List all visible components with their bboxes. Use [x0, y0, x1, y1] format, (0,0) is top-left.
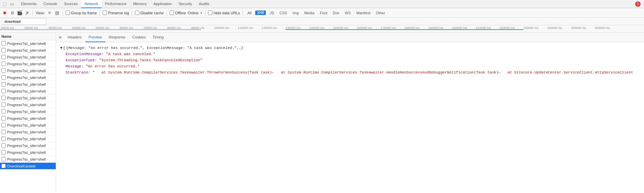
list-item[interactable]: Progress?sc_site=shell	[0, 81, 56, 88]
filter-all[interactable]: All	[246, 11, 253, 15]
request-checkbox[interactable]	[1, 48, 6, 52]
request-checkbox[interactable]	[1, 143, 6, 148]
filter-css[interactable]: CSS	[278, 11, 289, 15]
preserve-log-checkbox[interactable]	[103, 11, 107, 15]
list-item[interactable]: Progress?sc_site=shell	[0, 101, 56, 108]
disable-cache-checkbox[interactable]	[135, 11, 139, 15]
filter-js[interactable]: JS	[268, 11, 276, 15]
requests-list: Name Progress?sc_site=shell Progress?sc_…	[0, 33, 56, 191]
json-root-line: ▼ { {Message: "An error has occurred.", …	[60, 45, 640, 51]
stop-button[interactable]: ⊘	[10, 10, 15, 16]
request-checkbox[interactable]	[1, 82, 6, 86]
request-checkbox[interactable]	[1, 96, 6, 100]
preserve-log-label[interactable]: Preserve log	[103, 11, 129, 15]
request-checkbox[interactable]	[1, 55, 6, 59]
hide-data-urls-label[interactable]: Hide data URLs	[208, 11, 240, 15]
large-view-button[interactable]: ▤	[54, 10, 60, 16]
json-field-message: Message : "An error has occurred."	[60, 63, 640, 69]
tab-application[interactable]: Application	[150, 0, 175, 8]
tab-elements[interactable]: Elements	[18, 0, 40, 8]
request-checkbox[interactable]	[1, 41, 6, 46]
detail-tab-preview[interactable]: Preview	[85, 33, 105, 42]
request-checkbox[interactable]	[1, 68, 6, 73]
request-checkbox[interactable]	[1, 130, 6, 134]
search-input[interactable]	[2, 18, 46, 25]
devtools-inspect-icon[interactable]: ⬚	[1, 1, 7, 7]
list-item[interactable]: Progress?sc_site=shell	[0, 40, 56, 47]
list-item[interactable]: Progress?sc_site=shell	[0, 142, 56, 149]
list-item[interactable]: Progress?sc_site=shell	[0, 67, 56, 74]
request-checkbox[interactable]	[1, 136, 6, 141]
notifications-badge: 5	[635, 1, 641, 7]
request-checkbox[interactable]	[1, 116, 6, 120]
tab-security[interactable]: Security	[175, 0, 195, 8]
request-checkbox[interactable]	[1, 164, 6, 168]
tab-console[interactable]: Console	[40, 0, 60, 8]
online-dropdown-arrow[interactable]: ▾	[201, 11, 202, 15]
hide-data-urls-checkbox[interactable]	[208, 11, 212, 15]
list-item[interactable]: Progress?sc_site=shell	[0, 74, 56, 81]
list-item[interactable]: Progress?sc_site=shell	[0, 115, 56, 122]
filter-doc[interactable]: Doc	[331, 11, 341, 15]
list-item[interactable]: Progress?sc_site=shell	[0, 47, 56, 54]
tab-audits[interactable]: Audits	[195, 0, 213, 8]
filter-font[interactable]: Font	[318, 11, 329, 15]
ruler-tick-10: 110000 ms	[238, 26, 253, 30]
filter-other[interactable]: Other	[374, 11, 387, 15]
disable-cache-label[interactable]: Disable cache	[135, 11, 164, 15]
detail-tabs: ✕ Headers Preview Response Cookies Timin…	[56, 33, 644, 42]
separator-7	[243, 10, 243, 16]
group-by-frame-checkbox[interactable]	[66, 11, 70, 15]
list-item[interactable]: Progress?sc_site=shell	[0, 95, 56, 101]
tab-network[interactable]: Network	[81, 0, 102, 8]
offline-label[interactable]: Offline	[170, 11, 186, 15]
devtools-responsive-icon[interactable]: ▭	[9, 1, 15, 7]
ruler-tick-9: 100000 ms	[214, 26, 229, 30]
list-item[interactable]: Progress?sc_site=shell	[0, 122, 56, 129]
offline-checkbox[interactable]	[170, 11, 174, 15]
filter-media[interactable]: Media	[302, 11, 316, 15]
devtools-tabbar: ⬚ ▭ Elements Console Sources Network Per…	[0, 0, 644, 8]
request-checkbox[interactable]	[1, 89, 6, 93]
list-item[interactable]: Progress?sc_site=shell	[0, 129, 56, 135]
separator-6	[205, 10, 205, 16]
list-item-selected[interactable]: DownloadUpdate	[0, 163, 56, 170]
list-item[interactable]: Progress?sc_site=shell	[0, 61, 56, 67]
request-checkbox[interactable]	[1, 109, 6, 114]
group-by-frame-label[interactable]: Group by frame	[66, 11, 97, 15]
list-view-button[interactable]: ≡	[47, 10, 52, 16]
detail-tab-cookies[interactable]: Cookies	[129, 33, 149, 42]
json-field-stacktrace: StackTrace : " at System.Runtime.Compile…	[60, 69, 640, 76]
network-toolbar: ⏺ ⊘ 🎬 ⊁ View: ≡ ▤ Group by frame Preserv…	[0, 8, 644, 18]
list-item[interactable]: Progress?sc_site=shell	[0, 108, 56, 115]
request-checkbox[interactable]	[1, 123, 6, 127]
list-item[interactable]: Progress?sc_site=shell	[0, 156, 56, 163]
json-expand-icon[interactable]: ▼	[60, 45, 63, 51]
request-checkbox[interactable]	[1, 150, 6, 155]
detail-tab-response[interactable]: Response	[105, 33, 129, 42]
record-button[interactable]: ⏺	[2, 10, 7, 16]
list-item[interactable]: Progress?sc_site=shell	[0, 54, 56, 61]
timeline-ruler: 10000 ms 20000 ms 30000 ms 40000 ms 5000…	[0, 25, 644, 33]
json-field-exception-message: ExceptionMessage : "A task was canceled.…	[60, 51, 640, 57]
detail-tab-headers[interactable]: Headers	[64, 33, 85, 42]
request-checkbox[interactable]	[1, 102, 6, 107]
request-checkbox[interactable]	[1, 75, 6, 80]
filter-manifest[interactable]: Manifest	[354, 11, 372, 15]
close-detail-button[interactable]: ✕	[57, 35, 63, 40]
tab-sources[interactable]: Sources	[60, 0, 81, 8]
detail-tab-timing[interactable]: Timing	[149, 33, 167, 42]
filter-icon-button[interactable]: ⊁	[24, 10, 30, 16]
list-item[interactable]: Progress?sc_site=shell	[0, 88, 56, 95]
teal-dotted-bar	[0, 29, 201, 30]
filter-xhr[interactable]: XHR	[255, 11, 266, 15]
screenshot-button[interactable]: 🎬	[17, 10, 22, 16]
tab-performance[interactable]: Performance	[102, 0, 130, 8]
request-checkbox[interactable]	[1, 157, 6, 161]
tab-memory[interactable]: Memory	[130, 0, 150, 8]
list-item[interactable]: Progress?sc_site=shell	[0, 135, 56, 142]
list-item[interactable]: Progress?sc_site=shell	[0, 149, 56, 156]
request-checkbox[interactable]	[1, 62, 6, 66]
filter-img[interactable]: Img	[291, 11, 300, 15]
filter-ws[interactable]: WS	[343, 11, 353, 15]
